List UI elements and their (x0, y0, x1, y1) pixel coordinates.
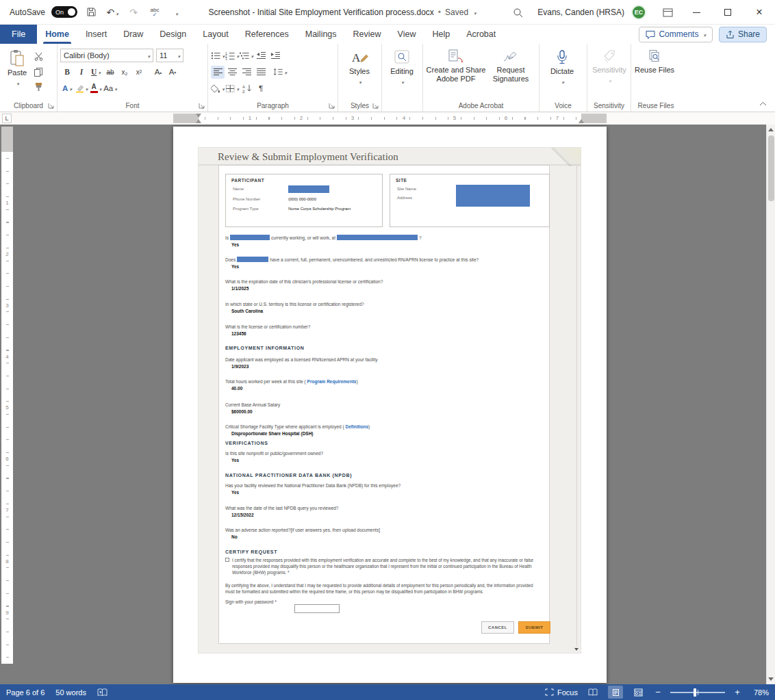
superscript-button[interactable]: x² (132, 66, 146, 79)
tab-draw[interactable]: Draw (115, 25, 151, 44)
zoom-level[interactable]: 78% (750, 688, 769, 697)
dictate-button[interactable]: Dictate (542, 47, 582, 101)
customize-qat-button[interactable] (168, 4, 183, 21)
styles-button[interactable]: A Styles (341, 47, 378, 101)
search-button[interactable] (510, 4, 525, 21)
font-color-button[interactable]: A (89, 82, 103, 95)
right-indent-marker[interactable] (579, 119, 584, 123)
bullets-button[interactable] (211, 49, 225, 62)
zoom-slider-thumb[interactable] (694, 688, 696, 697)
shrink-font-button[interactable]: A (166, 66, 179, 79)
grow-font-button[interactable]: A (151, 66, 165, 79)
tab-home[interactable]: Home (37, 25, 77, 44)
close-button[interactable]: × (744, 0, 775, 25)
request-signatures-button[interactable]: Request Signatures (486, 47, 535, 101)
tab-selector[interactable]: L (2, 114, 12, 123)
line-spacing-button[interactable] (273, 66, 287, 79)
maximize-button[interactable] (712, 0, 744, 25)
zoom-in-button[interactable]: + (733, 687, 742, 697)
redo-button[interactable]: ↷ (126, 4, 141, 21)
autosave-toggle[interactable]: On (51, 6, 77, 18)
format-painter-button[interactable] (31, 80, 45, 93)
sort-button[interactable]: AZ (240, 82, 253, 95)
increase-indent-button[interactable] (268, 49, 282, 62)
clipboard-dialog-launcher[interactable] (48, 103, 54, 109)
tab-insert[interactable]: Insert (77, 25, 115, 44)
first-line-indent-marker[interactable] (196, 114, 201, 118)
italic-button[interactable]: I (75, 66, 88, 79)
avatar[interactable]: EC (631, 5, 646, 20)
justify-button[interactable] (254, 66, 268, 79)
user-name[interactable]: Evans, Canden (HRSA) (537, 8, 624, 17)
zoom-slider[interactable] (670, 692, 725, 693)
tab-mailings[interactable]: Mailings (297, 25, 345, 44)
document-page[interactable]: Review & Submit Employment Verification … (173, 127, 607, 683)
password-input[interactable] (294, 604, 340, 613)
submit-button[interactable]: SUBMIT (518, 621, 550, 634)
styles-dialog-launcher[interactable] (372, 103, 379, 109)
embedded-screenshot[interactable]: Review & Submit Employment Verification … (198, 147, 581, 653)
tab-layout[interactable]: Layout (194, 25, 237, 44)
spell-check-button[interactable]: abc ✓ (147, 4, 162, 21)
paste-button[interactable]: Paste (3, 47, 31, 101)
font-name-select[interactable]: Calibri (Body) (60, 49, 153, 62)
word-count[interactable]: 50 words (55, 688, 86, 697)
font-dialog-launcher[interactable] (199, 103, 205, 109)
zoom-out-button[interactable]: − (653, 687, 663, 697)
scroll-down-arrow[interactable] (768, 677, 774, 681)
change-case-button[interactable]: Aa (103, 82, 117, 95)
page-indicator[interactable]: Page 6 of 6 (6, 688, 45, 697)
focus-button[interactable]: Focus (545, 688, 578, 697)
saved-status[interactable]: Saved (445, 8, 468, 17)
definitions-link[interactable]: Definitions (345, 424, 368, 429)
align-center-button[interactable] (225, 66, 239, 79)
left-indent-marker[interactable] (196, 119, 201, 123)
share-button[interactable]: Share (719, 27, 767, 42)
decrease-indent-button[interactable] (254, 49, 268, 62)
comments-button[interactable]: Comments (639, 27, 713, 42)
subscript-button[interactable]: x₂ (118, 66, 131, 79)
ribbon-display-options-button[interactable] (660, 4, 675, 21)
reuse-files-button[interactable]: Reuse Files (634, 47, 675, 101)
highlight-color-button[interactable] (75, 82, 88, 95)
tab-references[interactable]: References (237, 25, 297, 44)
editing-button[interactable]: Editing (385, 47, 419, 101)
multilevel-list-button[interactable] (240, 49, 253, 62)
web-layout-button[interactable] (631, 686, 646, 699)
paragraph-dialog-launcher[interactable] (329, 103, 335, 109)
save-button[interactable] (84, 4, 99, 21)
read-mode-button[interactable] (585, 686, 600, 699)
minimize-button[interactable] (681, 0, 712, 25)
program-requirements-link[interactable]: Program Requirements (307, 379, 357, 384)
tab-review[interactable]: Review (345, 25, 390, 44)
sensitivity-button[interactable]: Sensitivity (590, 47, 628, 101)
tab-help[interactable]: Help (424, 25, 458, 44)
scroll-up-arrow[interactable] (768, 128, 774, 131)
tab-design[interactable]: Design (151, 25, 194, 44)
text-effects-button[interactable]: A (60, 82, 74, 95)
font-size-select[interactable]: 11 (156, 49, 183, 62)
bold-button[interactable]: B (60, 66, 74, 79)
strikethrough-button[interactable]: ab (103, 66, 117, 79)
shading-button[interactable] (211, 82, 225, 95)
align-left-button[interactable] (211, 66, 225, 79)
scrollbar-thumb[interactable] (768, 135, 774, 201)
align-right-button[interactable] (240, 66, 253, 79)
undo-button[interactable]: ↶ (105, 4, 120, 21)
underline-button[interactable]: U (89, 66, 103, 79)
cut-button[interactable] (31, 50, 45, 63)
collapse-ribbon-button[interactable] (759, 101, 767, 106)
horizontal-ruler[interactable]: L 1 2 3 4 5 6 7 (0, 112, 775, 125)
vertical-scrollbar[interactable] (766, 125, 775, 684)
borders-button[interactable] (225, 82, 239, 95)
print-layout-button[interactable] (608, 686, 623, 699)
certify-checkbox[interactable] (225, 558, 229, 562)
tab-view[interactable]: View (390, 25, 424, 44)
numbering-button[interactable]: 123 (225, 49, 239, 62)
tab-file[interactable]: File (0, 25, 37, 44)
show-hide-paragraph-button[interactable]: ¶ (254, 82, 268, 95)
create-share-pdf-button[interactable]: Create and Share Adobe PDF (426, 47, 486, 101)
proofing-errors-button[interactable] (97, 688, 108, 697)
vertical-ruler[interactable]: 1 2 3 4 5 6 7 8 9 (1, 125, 13, 684)
cancel-button[interactable]: CANCEL (481, 621, 514, 634)
